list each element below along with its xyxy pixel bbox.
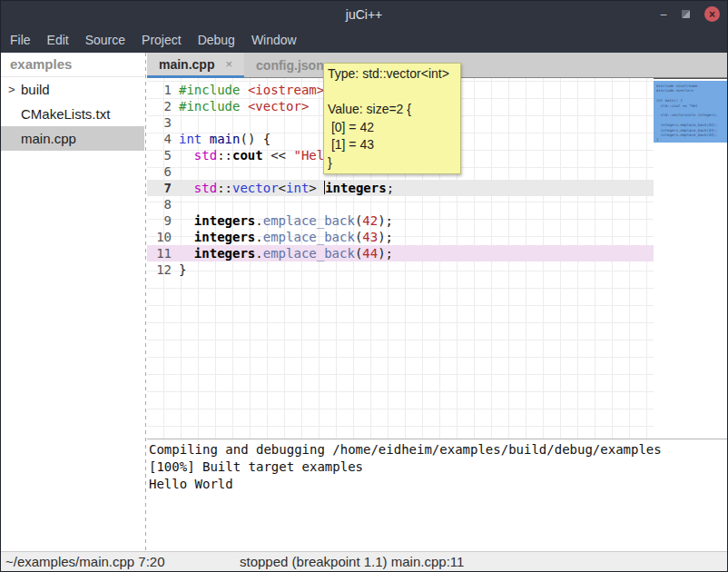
token: std xyxy=(194,181,217,195)
titlebar: juCi++ − × xyxy=(1,1,727,27)
status-location: ~/examples/main.cpp 7:20 xyxy=(5,554,165,569)
token: ); xyxy=(378,246,393,261)
token: #include xyxy=(179,99,240,113)
minimap[interactable]: #include <iostream>#include <vector> int… xyxy=(654,78,727,439)
tab-close-icon[interactable]: × xyxy=(225,57,232,71)
token: integers xyxy=(194,213,255,228)
code-text: int main() { xyxy=(179,131,271,147)
tooltip-line: Value: size=2 { xyxy=(328,101,457,119)
menu-item-file[interactable]: File xyxy=(10,33,31,47)
code-text: integers.emplace_back(42); xyxy=(179,212,393,229)
code-text: #include <vector> xyxy=(179,98,309,114)
token: > xyxy=(309,181,324,195)
line-number: 10 xyxy=(147,229,172,245)
window-title: juCi++ xyxy=(346,7,382,22)
restore-icon[interactable] xyxy=(682,10,690,18)
code-text: integers.emplace_back(43); xyxy=(179,229,393,245)
code-line-12[interactable]: 12} xyxy=(147,261,654,278)
juci-window: juCi++ − × FileEditSourceProjectDebugWin… xyxy=(0,0,728,572)
console-line: Compiling and debugging /home/eidheim/ex… xyxy=(149,441,727,459)
token xyxy=(179,181,194,195)
token: 42 xyxy=(362,213,378,228)
token: 43 xyxy=(362,230,378,244)
expander-icon[interactable]: > xyxy=(8,77,15,102)
token: ); xyxy=(378,230,393,244)
sidebar-item-build[interactable]: >build xyxy=(1,77,144,102)
line-number: 1 xyxy=(147,82,172,98)
token: 44 xyxy=(362,246,378,261)
code-line-7[interactable]: 7 std::vector<int> integers; xyxy=(147,180,654,196)
minimize-button[interactable]: − xyxy=(660,10,667,19)
code-line-9[interactable]: 9 integers.emplace_back(42); xyxy=(147,212,654,229)
token: integers xyxy=(194,230,255,244)
line-number: 6 xyxy=(147,163,172,180)
token: emplace_back xyxy=(263,230,355,244)
code-text: } xyxy=(179,261,186,278)
menu-item-source[interactable]: Source xyxy=(85,33,125,47)
code-text: std::vector<int> integers; xyxy=(179,180,394,196)
tooltip-line: [1] = 43 xyxy=(328,136,457,154)
line-number: 7 xyxy=(147,180,172,196)
line-number: 4 xyxy=(147,131,172,147)
window-controls: − × xyxy=(660,1,720,27)
line-number: 8 xyxy=(147,196,172,212)
token: "Hel xyxy=(293,148,324,163)
code-text: integers.emplace_back(44); xyxy=(179,245,393,261)
token: emplace_back xyxy=(263,246,355,261)
sidebar-item-main-cpp[interactable]: main.cpp xyxy=(1,126,144,151)
sidebar-divider[interactable] xyxy=(145,53,146,551)
line-number: 2 xyxy=(147,98,172,114)
token xyxy=(179,213,194,228)
console-line: Hello World xyxy=(149,476,727,493)
token: main xyxy=(210,132,241,146)
token xyxy=(240,99,247,113)
tooltip-line: } xyxy=(328,154,457,173)
code-line-8[interactable]: 8 xyxy=(147,196,654,212)
token: int xyxy=(286,181,309,195)
sidebar-item-cmakelists-txt[interactable]: CMakeLists.txt xyxy=(1,102,144,126)
token: :: xyxy=(217,181,232,195)
sidebar-item-label: main.cpp xyxy=(1,131,76,146)
debug-console[interactable]: Compiling and debugging /home/eidheim/ex… xyxy=(147,439,727,551)
token xyxy=(240,83,247,97)
tooltip-line xyxy=(328,84,457,102)
menu-item-project[interactable]: Project xyxy=(142,33,182,47)
token: () { xyxy=(240,132,271,146)
sidebar-item-label: CMakeLists.txt xyxy=(1,106,110,122)
token: . xyxy=(255,230,262,244)
token: #include xyxy=(179,83,240,97)
token: vector xyxy=(232,181,279,195)
close-button[interactable]: × xyxy=(704,6,720,22)
code-line-11[interactable]: 11 integers.emplace_back(44); xyxy=(147,245,654,261)
menu-item-edit[interactable]: Edit xyxy=(47,33,69,47)
code-text: std::cout << "Hel xyxy=(179,147,324,163)
token: . xyxy=(255,246,262,261)
line-number: 5 xyxy=(147,147,172,163)
token: int xyxy=(179,132,202,146)
token xyxy=(202,132,209,146)
token: <iostream> xyxy=(248,83,324,97)
tab-label: config.json xyxy=(256,58,324,73)
code-line-10[interactable]: 10 integers.emplace_back(43); xyxy=(147,229,654,245)
menu-item-debug[interactable]: Debug xyxy=(198,33,235,47)
token: cout xyxy=(232,148,263,163)
token: :: xyxy=(217,148,232,163)
tab-main-cpp[interactable]: main.cpp× xyxy=(147,53,244,78)
token: << xyxy=(263,148,294,163)
tab-config-json[interactable]: config.json xyxy=(244,53,336,78)
token: } xyxy=(179,262,186,277)
token: ); xyxy=(378,213,393,228)
menu-item-window[interactable]: Window xyxy=(251,33,297,47)
token xyxy=(179,230,194,244)
line-number: 3 xyxy=(147,114,172,131)
token: < xyxy=(279,181,286,195)
token: . xyxy=(255,213,262,228)
file-tree: >buildCMakeLists.txtmain.cpp xyxy=(1,77,144,151)
line-number: 9 xyxy=(147,212,172,229)
token: ; xyxy=(387,181,394,195)
tooltip-line: Type: std::vector<int> xyxy=(328,65,457,84)
minimap-viewport[interactable]: #include <iostream>#include <vector> int… xyxy=(654,81,727,143)
token: integers xyxy=(194,246,255,261)
token: emplace_back xyxy=(263,213,355,228)
line-number: 11 xyxy=(147,245,172,261)
